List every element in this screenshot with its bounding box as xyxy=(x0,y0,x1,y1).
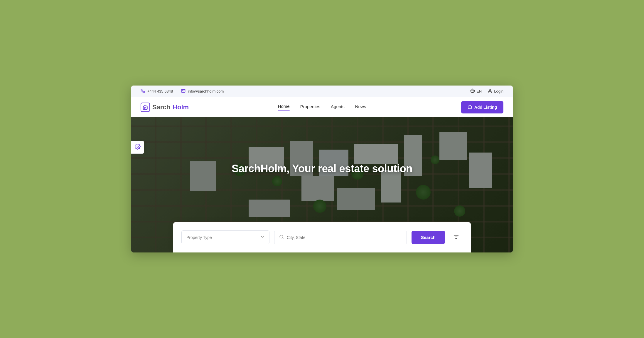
browser-window: +444 435 6348 info@sarchholm.com EN L xyxy=(131,86,513,252)
home-icon xyxy=(468,105,472,110)
property-type-label: Property Type xyxy=(186,235,212,240)
svg-line-6 xyxy=(282,238,283,239)
hero-title: SarchHolm, Your real estate solution xyxy=(232,163,412,175)
hero-section: SarchHolm, Your real estate solution Pro… xyxy=(131,117,513,252)
top-bar-left: +444 435 6348 info@sarchholm.com xyxy=(141,89,224,94)
logo-icon xyxy=(141,103,150,112)
logo[interactable]: SarchHolm xyxy=(141,103,189,112)
top-bar: +444 435 6348 info@sarchholm.com EN L xyxy=(131,86,513,97)
nav-link-properties[interactable]: Properties xyxy=(300,104,320,110)
phone-icon xyxy=(141,89,145,94)
language-label: EN xyxy=(476,89,482,93)
login-button[interactable]: Login xyxy=(488,88,503,94)
top-bar-right: EN Login xyxy=(470,88,503,94)
logo-text-sarch: Sarch xyxy=(152,103,170,111)
login-label: Login xyxy=(494,89,503,93)
nav-link-news[interactable]: News xyxy=(355,104,366,110)
phone-item: +444 435 6348 xyxy=(141,89,173,94)
city-state-input[interactable] xyxy=(287,235,402,240)
language-button[interactable]: EN xyxy=(470,88,482,94)
property-type-select[interactable]: Property Type xyxy=(181,230,269,244)
email-address: info@sarchholm.com xyxy=(188,89,224,93)
nav-link-home[interactable]: Home xyxy=(278,104,290,111)
city-input-wrap xyxy=(274,231,407,244)
search-bar: Property Type Search xyxy=(173,222,471,252)
add-listing-button[interactable]: Add Listing xyxy=(461,101,503,113)
nav-link-agents[interactable]: Agents xyxy=(331,104,345,110)
settings-float-button[interactable] xyxy=(131,141,144,154)
phone-number: +444 435 6348 xyxy=(147,89,173,93)
nav-links: Home Properties Agents News xyxy=(278,104,366,111)
svg-point-3 xyxy=(489,89,491,91)
svg-point-4 xyxy=(137,146,138,147)
chevron-down-icon xyxy=(260,235,264,240)
nav-bar: SarchHolm Home Properties Agents News Ad… xyxy=(131,97,513,117)
search-icon xyxy=(279,235,284,240)
email-item: info@sarchholm.com xyxy=(181,89,224,94)
add-listing-label: Add Listing xyxy=(474,105,497,110)
gear-icon xyxy=(135,144,141,151)
globe-icon xyxy=(470,88,475,94)
search-button[interactable]: Search xyxy=(412,231,445,244)
logo-text-holm: Holm xyxy=(173,103,189,111)
mail-icon xyxy=(181,89,186,94)
filter-icon-button[interactable] xyxy=(450,231,463,244)
filter-icon xyxy=(453,234,459,241)
user-icon xyxy=(488,88,492,94)
